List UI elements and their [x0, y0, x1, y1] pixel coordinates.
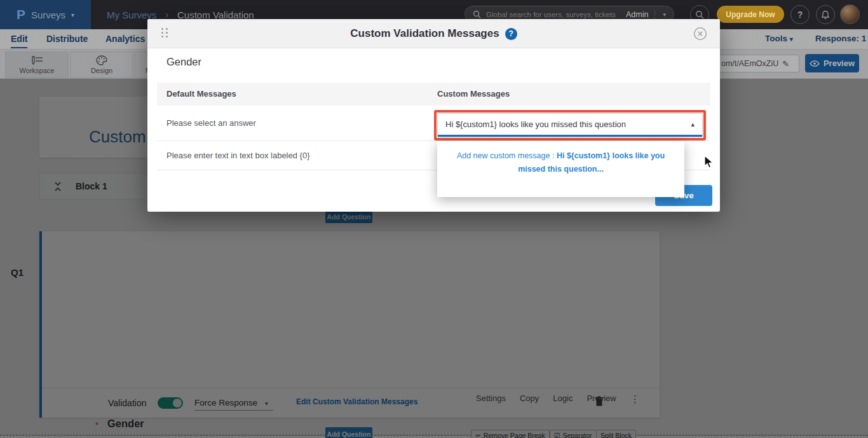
- delete-question-trash-icon[interactable]: [595, 396, 604, 406]
- breadcrumb-current-survey: Custom Validation: [177, 10, 254, 20]
- edit-pencil-icon[interactable]: ✎: [782, 59, 789, 69]
- toggle-knob: [173, 399, 182, 407]
- app-logo-surveys-menu[interactable]: P Surveys ▾: [0, 0, 91, 29]
- chevron-down-icon: ▾: [71, 11, 74, 18]
- modal-title: Custom Validation Messages: [350, 27, 499, 40]
- column-custom-messages: Custom Messages: [437, 83, 510, 106]
- preview-label: Preview: [824, 58, 855, 68]
- tab-edit[interactable]: Edit: [11, 29, 27, 48]
- messages-table-header: Default Messages Custom Messages: [157, 83, 710, 106]
- checkbox-checked-icon: ☑: [554, 432, 560, 438]
- column-default-messages: Default Messages: [166, 83, 236, 106]
- search-icon: [473, 10, 481, 18]
- close-icon[interactable]: [693, 27, 707, 41]
- custom-validation-messages-modal: Custom Validation Messages ? Gender Defa…: [147, 19, 720, 212]
- focus-underline: [438, 135, 702, 137]
- question-card[interactable]: Settings Copy Logic Preview ⋮ * Gender M…: [39, 231, 660, 418]
- chevron-down-icon: ▾: [265, 400, 268, 407]
- workspace-tool[interactable]: Workspace: [5, 51, 69, 78]
- add-new-custom-message-option[interactable]: Add new custom message : Hi ${custom1} l…: [454, 149, 668, 176]
- modal-help-icon[interactable]: ?: [505, 28, 517, 40]
- collapse-block-icon[interactable]: [54, 181, 62, 192]
- workspace-label: Workspace: [20, 67, 55, 74]
- share-url-input[interactable]: [721, 59, 782, 68]
- custom-message-value: Hi ${custom1} looks like you missed this…: [445, 114, 626, 135]
- modal-header: Custom Validation Messages ?: [147, 19, 720, 48]
- default-message-text: Please enter text in text box labeled {0…: [166, 141, 310, 170]
- page-break-dashed-line: [0, 435, 868, 435]
- modal-question-name: Gender: [166, 56, 201, 68]
- workspace-icon: [30, 56, 44, 65]
- design-label: Design: [91, 67, 112, 74]
- palette-icon: [96, 55, 107, 65]
- response-count: Response: 1: [815, 29, 866, 48]
- add-question-button[interactable]: Add Question: [325, 210, 372, 223]
- default-message-text: Please select an answer: [166, 106, 256, 141]
- preview-button[interactable]: Preview: [805, 54, 859, 72]
- chevron-down-icon: ▾: [790, 36, 793, 43]
- search-scope-caret-icon[interactable]: ▾: [655, 11, 674, 18]
- modal-title-wrap: Custom Validation Messages ?: [147, 19, 720, 48]
- breadcrumb-separator: ›: [165, 10, 168, 20]
- breadcrumb-my-surveys[interactable]: My Surveys: [107, 10, 156, 20]
- split-block-button[interactable]: Split Block: [596, 430, 636, 438]
- custom-message-select[interactable]: Hi ${custom1} looks like you missed this…: [437, 113, 703, 137]
- product-name: Surveys: [31, 10, 65, 20]
- separator-checkbox-button[interactable]: ☑Separator: [550, 430, 597, 438]
- design-tool[interactable]: Design: [70, 51, 133, 78]
- required-asterisk: *: [95, 420, 98, 430]
- validation-rule-dropdown[interactable]: Force Response▾: [194, 398, 273, 411]
- chevron-up-icon: ▴: [691, 120, 695, 128]
- upgrade-now-button[interactable]: Upgrade Now: [717, 6, 784, 23]
- block-name: Block 1: [76, 181, 107, 191]
- help-icon[interactable]: ?: [790, 5, 810, 24]
- custom-message-dropdown: Add new custom message : Hi ${custom1} l…: [437, 141, 684, 197]
- tab-analytics[interactable]: Analytics: [105, 29, 145, 48]
- question-title[interactable]: Gender: [107, 418, 144, 430]
- search-scope-admin[interactable]: Admin: [620, 10, 655, 19]
- validation-toggle-on[interactable]: [158, 397, 183, 409]
- tab-distribute[interactable]: Distribute: [46, 29, 88, 48]
- share-url-field[interactable]: ✎: [717, 55, 799, 72]
- remove-page-break-button[interactable]: ✂Remove Page Break: [471, 430, 550, 438]
- eye-icon: [810, 60, 820, 67]
- scissors-icon: ✂: [475, 432, 481, 438]
- add-question-button[interactable]: Add Question: [325, 427, 372, 438]
- validation-label: Validation: [108, 398, 146, 408]
- app-logo: P: [17, 7, 25, 22]
- notifications-bell-icon[interactable]: [816, 5, 835, 24]
- question-number: Q1: [11, 267, 24, 278]
- user-avatar[interactable]: [840, 4, 860, 24]
- tools-menu[interactable]: Tools ▾: [765, 29, 793, 48]
- edit-custom-validation-messages-link[interactable]: Edit Custom Validation Messages: [296, 397, 417, 406]
- validation-row: Validation Force Response▾ Edit Custom V…: [42, 388, 660, 418]
- global-search-input[interactable]: [486, 11, 620, 18]
